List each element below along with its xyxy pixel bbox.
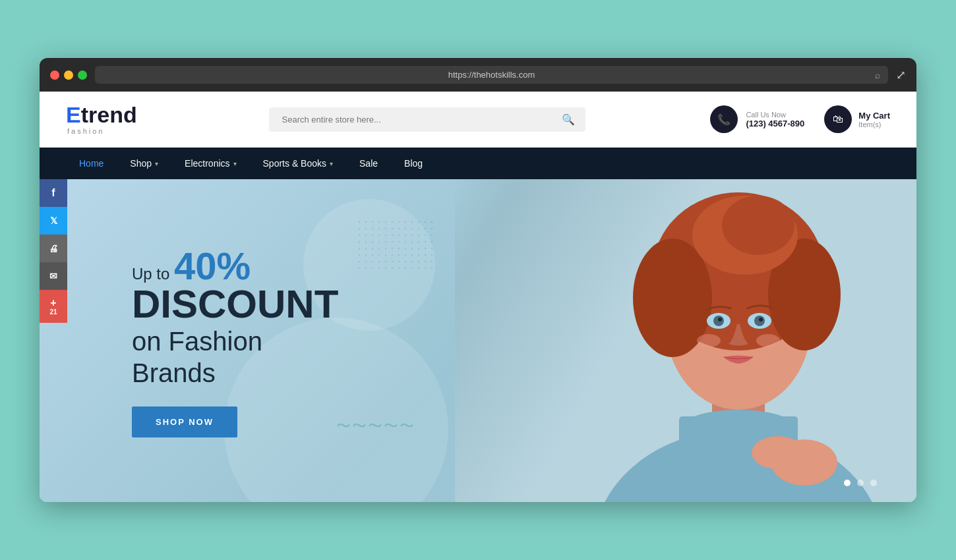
hero-content: Up to 40% DISCOUNT on Fashion Brands SHO… — [40, 244, 338, 437]
slider-dot-2[interactable] — [857, 480, 864, 486]
twitter-button[interactable]: 𝕏 — [40, 207, 67, 235]
svg-point-15 — [759, 318, 763, 322]
nav-bar: Home Shop ▾ Electronics ▾ Sports & Books… — [40, 148, 916, 179]
nav-label-sports-books: Sports & Books — [263, 158, 327, 169]
facebook-icon: f — [51, 187, 55, 199]
slider-dot-1[interactable] — [844, 480, 851, 486]
nav-item-home[interactable]: Home — [66, 148, 117, 179]
traffic-lights — [50, 70, 87, 80]
print-button[interactable]: 🖨 — [40, 235, 67, 262]
plus-count: 21 — [49, 308, 57, 316]
traffic-light-red[interactable] — [50, 70, 59, 80]
hero-subtitle-line2: Brands — [132, 358, 338, 388]
hero-section-wrapper: f 𝕏 🖨 ✉ + 21 — [40, 179, 916, 502]
logo-e: E — [66, 102, 81, 127]
social-sidebar: f 𝕏 🖨 ✉ + 21 — [40, 179, 67, 323]
nav-item-electronics[interactable]: Electronics ▾ — [171, 148, 249, 179]
search-bar: 🔍 — [269, 107, 585, 132]
hero-pre-text: Up to 40% — [132, 244, 338, 288]
email-button[interactable]: ✉ — [40, 262, 67, 290]
nav-item-sale[interactable]: Sale — [346, 148, 391, 179]
slider-dot-3[interactable] — [870, 480, 877, 486]
hero-discount: 40% — [174, 244, 251, 287]
chevron-down-icon-3: ▾ — [330, 160, 333, 167]
nav-item-blog[interactable]: Blog — [391, 148, 436, 179]
nav-label-home: Home — [79, 158, 104, 169]
cart-text: My Cart Item(s) — [858, 111, 890, 128]
search-area: 🔍 — [269, 107, 585, 132]
browser-window: https://thehotskills.com ⌕ ⤢ Etrend fash… — [40, 58, 916, 502]
cart-items: Item(s) — [858, 121, 890, 128]
plus-icon: + — [50, 298, 56, 308]
chevron-down-icon: ▾ — [155, 160, 158, 167]
chevron-down-icon-2: ▾ — [233, 160, 237, 167]
logo[interactable]: Etrend fashion — [66, 103, 137, 135]
contact-text: Call Us Now (123) 4567-890 — [746, 111, 804, 128]
plus-button[interactable]: + 21 — [40, 290, 67, 323]
hero-title: DISCOUNT — [132, 285, 338, 324]
email-icon: ✉ — [49, 271, 57, 281]
nav-label-shop: Shop — [130, 158, 152, 169]
print-icon: 🖨 — [49, 243, 58, 254]
logo-text: Etrend — [66, 103, 137, 126]
cart-area[interactable]: 🛍 My Cart Item(s) — [824, 105, 890, 133]
site-content: Etrend fashion 🔍 📞 — [40, 92, 916, 502]
phone-icon: 📞 — [710, 105, 738, 133]
header-right: 📞 Call Us Now (123) 4567-890 🛍 My Cart I… — [710, 105, 890, 133]
cart-icon: 🛍 — [824, 105, 852, 133]
cart-label: My Cart — [858, 111, 890, 121]
nav-label-sale: Sale — [359, 158, 378, 169]
hero-banner: 〜〜〜〜〜 — [40, 179, 916, 502]
slider-dots — [844, 480, 877, 486]
search-button[interactable]: 🔍 — [559, 111, 578, 128]
contact-area: 📞 Call Us Now (123) 4567-890 — [710, 105, 804, 133]
phone-number: (123) 4567-890 — [746, 119, 804, 128]
site-header: Etrend fashion 🔍 📞 — [40, 92, 916, 148]
hero-model-image — [455, 179, 916, 502]
logo-sub: fashion — [67, 127, 137, 135]
svg-point-14 — [718, 318, 722, 322]
twitter-icon: 𝕏 — [50, 215, 57, 226]
shop-now-button[interactable]: SHOP NOW — [132, 406, 237, 437]
traffic-light-green[interactable] — [78, 70, 87, 80]
url-text: https://thehotskills.com — [448, 70, 535, 80]
search-icon: 🔍 — [562, 114, 575, 125]
call-label: Call Us Now — [746, 111, 804, 119]
svg-point-16 — [697, 334, 721, 347]
nav-item-sports-books[interactable]: Sports & Books ▾ — [250, 148, 347, 179]
nav-label-electronics: Electronics — [185, 158, 229, 169]
address-bar[interactable]: https://thehotskills.com ⌕ — [95, 66, 888, 84]
expand-icon[interactable]: ⤢ — [896, 68, 906, 82]
hero-subtitle-line1: on Fashion — [132, 324, 338, 358]
facebook-button[interactable]: f — [40, 179, 67, 207]
address-search-icon: ⌕ — [875, 70, 880, 80]
browser-chrome: https://thehotskills.com ⌕ ⤢ — [40, 58, 916, 92]
svg-point-9 — [722, 196, 794, 255]
svg-point-17 — [756, 334, 780, 347]
logo-trend: trend — [81, 102, 137, 127]
traffic-light-yellow[interactable] — [64, 70, 73, 80]
nav-label-blog: Blog — [404, 158, 423, 169]
hero-wave-decoration: 〜〜〜〜〜 — [336, 416, 415, 436]
nav-item-shop[interactable]: Shop ▾ — [117, 148, 171, 179]
search-input[interactable] — [277, 107, 559, 132]
svg-point-19 — [752, 436, 804, 469]
